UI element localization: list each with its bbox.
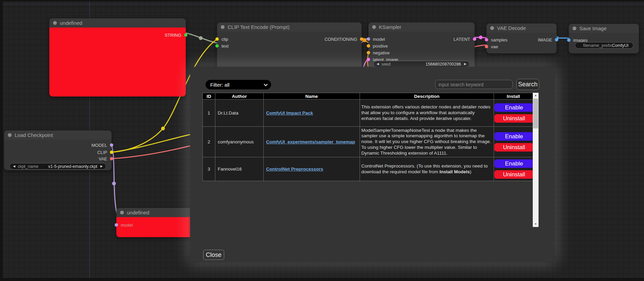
slot-dot-model-in[interactable] [115, 223, 118, 227]
slot-dot-text[interactable] [215, 44, 219, 48]
slot-dot-vae[interactable] [485, 45, 488, 48]
uninstall-button[interactable]: Uninstall [494, 170, 534, 179]
enable-button[interactable]: Enable [494, 159, 534, 168]
uninstall-button[interactable]: Uninstall [494, 143, 534, 152]
header-description: Description [360, 93, 494, 100]
input-slot-samples[interactable]: samples [485, 38, 507, 42]
cell-description: ControlNet Preprocessors. (To use this e… [360, 157, 494, 181]
slot-dot-conditioning[interactable] [360, 37, 363, 41]
seed-widget[interactable]: ◀ seed 156680208700286 ▶ [373, 61, 470, 67]
ckpt-name-widget[interactable]: ◀ ckpt_name v1-5-pruned-emaonly.ckpt ▶ [10, 163, 106, 170]
node-collapse-icon[interactable] [120, 211, 124, 214]
prev-arrow-icon[interactable]: ◀ [13, 165, 15, 168]
widget-label: filename_prefix [583, 43, 612, 48]
filter-select[interactable]: Filter: all [205, 80, 271, 89]
slot-dot-image[interactable] [555, 38, 558, 41]
table-row: 1 Dr.Lt.Data ComfyUI Impact Pack This ex… [203, 100, 533, 127]
output-slot-conditioning[interactable]: CONDITIONING [325, 37, 363, 41]
cell-install: Enable Uninstall [494, 100, 533, 127]
input-slot-negative[interactable]: negative [367, 51, 390, 55]
slot-label: negative [373, 50, 390, 55]
input-slot-vae[interactable]: vae [485, 45, 498, 49]
filename-prefix-widget[interactable]: filename_prefix ComfyUI [575, 42, 633, 49]
wire-dot-latent[interactable] [479, 36, 483, 39]
node-collapse-icon[interactable] [490, 26, 494, 30]
input-slot-text[interactable]: text [215, 44, 229, 48]
node-load-checkpoint[interactable]: Load Checkpoint MODEL CLIP VAE ◀ ckpt_na… [4, 130, 112, 170]
scrollbar[interactable]: ▲ ▼ [533, 93, 539, 227]
extension-link[interactable]: ControlNet Preprocessors [266, 166, 323, 172]
extension-link[interactable]: ComfyUI Impact Pack [266, 110, 313, 116]
slot-dot-clip[interactable] [215, 37, 219, 41]
node-header[interactable]: KSampler [368, 22, 475, 32]
slot-dot-string[interactable] [184, 33, 187, 37]
close-button[interactable]: Close [203, 250, 224, 260]
node-header[interactable]: Load Checkpoint [4, 130, 112, 140]
decrement-arrow-icon[interactable]: ◀ [377, 63, 379, 66]
node-header[interactable]: undefined [49, 18, 186, 28]
slot-dot-model[interactable] [367, 37, 370, 41]
node-collapse-icon[interactable] [8, 133, 12, 137]
input-slot-model[interactable]: model [367, 37, 385, 41]
node-save-image[interactable]: Save Image images filename_prefix ComfyU… [569, 24, 639, 53]
node-ksampler[interactable]: KSampler model positive negative latent_… [368, 22, 475, 73]
output-slot-vae[interactable]: VAE [99, 157, 113, 161]
output-slot-clip[interactable]: CLIP [97, 150, 113, 154]
node-collapse-icon[interactable] [573, 27, 576, 30]
node-collapse-icon[interactable] [221, 25, 225, 29]
slot-dot-model-out[interactable] [110, 143, 113, 147]
node-body-error [49, 28, 186, 96]
enable-button[interactable]: Enable [494, 103, 534, 112]
table-row: 3 Fannovel16 ControlNet Preprocessors Co… [203, 157, 533, 181]
extension-table: ID Author Name Description Install 1 Dr.… [202, 93, 533, 181]
slot-dot-latent-image[interactable] [367, 58, 370, 61]
node-collapse-icon[interactable] [372, 25, 376, 29]
wire-dot-string[interactable] [199, 36, 203, 40]
widget-value: ComfyUI [612, 43, 629, 48]
slot-dot-samples[interactable] [485, 38, 488, 41]
slot-label: samples [491, 37, 507, 42]
node-header[interactable]: CLIP Text Encode (Prompt) [217, 22, 362, 32]
next-arrow-icon[interactable]: ▶ [100, 165, 103, 168]
widget-label: seed [381, 62, 391, 67]
output-slot-latent[interactable]: LATENT [453, 37, 476, 41]
enable-button[interactable]: Enable [494, 132, 534, 141]
slot-label: clip [221, 37, 228, 42]
extension-link[interactable]: ComfyUI_experiments/sampler_tonemap [266, 139, 355, 144]
node-collapse-icon[interactable] [53, 21, 57, 25]
input-slot-positive[interactable]: positive [367, 44, 388, 48]
output-slot-image[interactable]: IMAGE [538, 38, 558, 42]
node-title: undefined [127, 210, 149, 215]
search-input[interactable] [435, 80, 513, 89]
description-bold: Install Models [440, 169, 470, 174]
scroll-up-icon[interactable]: ▲ [533, 93, 539, 98]
widget-value: 156680208700286 [426, 62, 461, 67]
slot-dot-negative[interactable] [367, 51, 370, 54]
node-header[interactable]: VAE Decode [486, 23, 557, 33]
increment-arrow-icon[interactable]: ▶ [464, 63, 466, 66]
input-slot-model[interactable]: model [115, 223, 133, 227]
node-header[interactable]: Save Image [569, 24, 639, 33]
slot-dot-vae-out[interactable] [110, 157, 113, 160]
cell-id: 1 [203, 100, 215, 127]
node-vae-decode[interactable]: VAE Decode samples vae IMAGE [486, 23, 557, 53]
wire-dot-model[interactable] [112, 182, 116, 186]
scrollbar-thumb[interactable] [533, 99, 538, 128]
slot-dot-latent[interactable] [473, 37, 476, 41]
slot-dot-positive[interactable] [367, 44, 370, 48]
search-button[interactable]: Search [516, 79, 539, 90]
node-undefined-top[interactable]: undefined STRING [49, 18, 186, 96]
slot-dot-clip-out[interactable] [110, 151, 113, 154]
input-slot-images[interactable]: images [567, 38, 588, 42]
output-slot-string[interactable]: STRING [165, 33, 187, 37]
widget-label: ckpt_name [18, 164, 38, 169]
slot-dot-images[interactable] [567, 38, 571, 42]
scroll-down-icon[interactable]: ▼ [533, 222, 539, 227]
uninstall-button[interactable]: Uninstall [494, 114, 534, 123]
extension-list-scroll: ID Author Name Description Install 1 Dr.… [202, 93, 539, 227]
slot-label: CONDITIONING [325, 37, 357, 42]
input-slot-clip[interactable]: clip [215, 37, 228, 41]
slot-label: LATENT [453, 37, 470, 42]
output-slot-model[interactable]: MODEL [92, 143, 113, 147]
wire-dot-clip[interactable] [161, 127, 165, 130]
